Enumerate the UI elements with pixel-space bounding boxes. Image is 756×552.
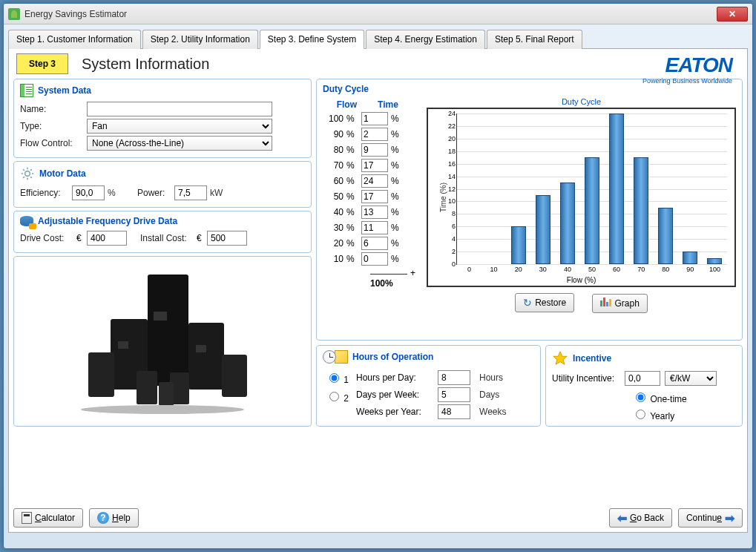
restore-button[interactable]: ↻Restore	[515, 293, 574, 312]
duty-time-input[interactable]	[361, 143, 388, 157]
arrow-left-icon: ⬅	[617, 511, 627, 525]
name-input[interactable]	[87, 102, 272, 116]
afd-title: Adjustable Frequency Drive Data	[38, 216, 177, 226]
tab-step4[interactable]: Step 4. Energy Estimation	[366, 30, 485, 49]
duty-cycle-inputs: Flow Time 100%%90%%80%%70%%60%%50%%40%%3…	[323, 97, 419, 313]
chart-xtick: 80	[662, 264, 669, 273]
chart-xtick: 10	[490, 264, 498, 273]
drive-cost-label: Drive Cost:	[20, 233, 76, 243]
chart-ytick: 20	[448, 135, 457, 142]
hours-option-1[interactable]: 1	[326, 371, 349, 385]
install-cost-input[interactable]	[207, 231, 247, 246]
duty-time-input[interactable]	[361, 206, 388, 219]
efficiency-input[interactable]	[72, 185, 105, 200]
duty-flow-value: 70	[323, 160, 344, 171]
pct-label: %	[391, 160, 403, 171]
page-step3: Step 3 System Information EATON Powering…	[8, 49, 748, 533]
pct-label: %	[391, 176, 403, 186]
chart-xtick: 50	[588, 264, 596, 273]
chart-bar	[658, 208, 673, 264]
database-icon	[20, 216, 33, 226]
duty-row: 80%%	[323, 143, 419, 157]
chart-bar	[585, 157, 599, 264]
product-image	[13, 256, 312, 427]
incentive-label: Utility Incentive:	[552, 373, 625, 384]
chart-ytick: 14	[448, 173, 457, 180]
duty-row: 90%%	[323, 128, 419, 141]
duty-time-input[interactable]	[361, 112, 388, 125]
tab-step1[interactable]: Step 1. Customer Information	[8, 30, 141, 49]
wpy-input[interactable]	[438, 404, 470, 419]
chart-ytick: 18	[448, 148, 457, 155]
duty-total: 100%	[370, 278, 419, 289]
hours-panel: Hours of Operation 1 2 Hours per Day:Hou…	[316, 345, 541, 427]
incentive-unit-select[interactable]: €/kW	[665, 371, 717, 386]
tabstrip: Step 1. Customer Information Step 2. Uti…	[8, 29, 748, 49]
calculator-button[interactable]: Calculator	[13, 508, 83, 528]
svg-point-12	[81, 405, 244, 414]
type-select[interactable]: Fan	[87, 119, 272, 134]
duty-time-input[interactable]	[361, 174, 388, 188]
motor-data-title: Motor Data	[39, 168, 86, 179]
svg-marker-13	[553, 352, 567, 364]
page-header: Step 3 System Information	[13, 53, 743, 74]
duty-flow-value: 30	[323, 223, 344, 233]
pct-label: %	[391, 129, 403, 139]
pct-label: %	[346, 223, 358, 233]
pct-label: %	[391, 254, 403, 264]
incentive-input[interactable]	[625, 371, 660, 386]
graph-button[interactable]: Graph	[592, 294, 648, 313]
svg-rect-8	[222, 355, 247, 397]
incentive-panel: Incentive Utility Incentive: €/kW One-ti…	[545, 345, 743, 427]
continue-button[interactable]: Continue➡	[678, 508, 743, 528]
pct-label: %	[391, 145, 403, 155]
flow-control-select[interactable]: None (Across-the-Line)	[87, 136, 272, 151]
duty-flow-value: 100	[323, 114, 344, 124]
chart-xtick: 90	[686, 264, 694, 273]
chart-xtick: 60	[613, 264, 620, 273]
list-icon	[20, 84, 33, 97]
duty-flow-value: 60	[323, 176, 344, 186]
footer-buttons: Calculator ?Help ⬅Go Back Continue➡	[13, 508, 743, 528]
hpd-unit: Hours	[479, 372, 503, 383]
hpd-input[interactable]	[438, 370, 470, 385]
svg-rect-6	[196, 345, 206, 352]
duty-time-input[interactable]	[361, 252, 388, 266]
pct-label: %	[391, 207, 403, 217]
brand-logo: EATON Powering Business Worldwide	[642, 53, 732, 85]
tab-step2[interactable]: Step 2. Utility Information	[142, 30, 258, 49]
chart-bar	[634, 157, 648, 264]
duty-time-input[interactable]	[361, 221, 388, 234]
step-badge: Step 3	[16, 53, 68, 74]
hours-title: Hours of Operation	[352, 352, 433, 362]
duty-time-input[interactable]	[361, 159, 388, 172]
help-button[interactable]: ?Help	[89, 508, 139, 528]
dpw-input[interactable]	[438, 387, 470, 402]
tab-step3[interactable]: Step 3. Define System	[260, 30, 364, 49]
close-button[interactable]: ✕	[717, 7, 748, 22]
duty-time-input[interactable]	[361, 237, 388, 250]
power-input[interactable]	[174, 185, 207, 200]
power-unit: kW	[210, 188, 225, 198]
go-back-button[interactable]: ⬅Go Back	[609, 508, 672, 528]
tab-step5[interactable]: Step 5. Final Report	[487, 30, 582, 49]
duty-row: 60%%	[323, 174, 419, 188]
duty-time-input[interactable]	[361, 128, 388, 141]
drive-cost-input[interactable]	[87, 231, 127, 246]
duty-time-input[interactable]	[361, 190, 388, 203]
hours-option-2[interactable]: 2	[326, 390, 349, 404]
pct-label: %	[346, 160, 358, 171]
chart-xtick: 100	[709, 264, 720, 273]
system-data-panel: System Data Name: Type: Fan Flow Control…	[13, 79, 312, 158]
chart-ytick: 10	[448, 197, 457, 205]
incentive-one-time[interactable]: One-time	[632, 394, 687, 404]
chart-area: Duty Cycle Time (%) 02468101214161820222…	[427, 97, 736, 313]
hpd-label: Hours per Day:	[356, 372, 438, 383]
incentive-yearly[interactable]: Yearly	[632, 407, 674, 421]
svg-rect-7	[88, 352, 114, 397]
pct-label: %	[346, 176, 358, 186]
duty-flow-value: 50	[323, 191, 344, 202]
power-label: Power:	[137, 188, 174, 198]
duty-flow-value: 10	[323, 254, 344, 264]
chart-ytick: 12	[448, 185, 457, 193]
